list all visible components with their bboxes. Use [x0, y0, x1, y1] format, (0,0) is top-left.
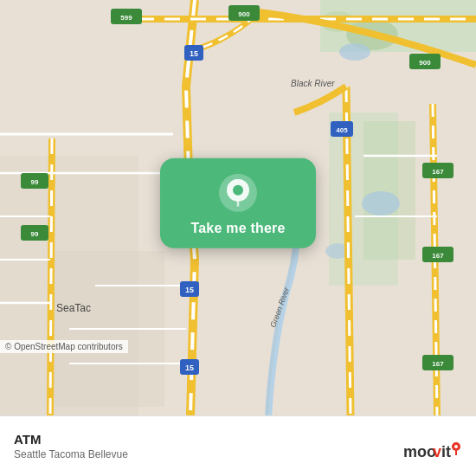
location-info: ATM Seattle Tacoma Bellevue — [14, 432, 128, 460]
svg-text:15: 15 — [190, 49, 198, 58]
svg-text:900: 900 — [419, 59, 431, 67]
svg-point-49 — [233, 185, 243, 196]
svg-text:405: 405 — [336, 126, 348, 134]
svg-text:167: 167 — [432, 252, 444, 260]
svg-text:it: it — [441, 443, 451, 460]
location-title: ATM — [14, 432, 128, 447]
svg-text:moo: moo — [403, 443, 436, 460]
svg-text:599: 599 — [120, 14, 132, 22]
svg-point-6 — [339, 43, 370, 61]
location-pin-icon — [227, 179, 249, 207]
svg-text:SeaTac: SeaTac — [56, 302, 91, 314]
svg-rect-5 — [363, 121, 415, 260]
svg-text:99: 99 — [31, 178, 39, 186]
svg-text:v: v — [433, 443, 441, 460]
popup-card[interactable]: Take me there — [160, 158, 316, 248]
moovit-logo-svg: moo v it — [403, 440, 464, 464]
svg-text:167: 167 — [432, 360, 444, 368]
popup-label: Take me there — [190, 221, 285, 236]
bottom-bar: ATM Seattle Tacoma Bellevue moo v it — [0, 415, 476, 476]
svg-text:167: 167 — [432, 168, 444, 176]
svg-text:900: 900 — [238, 10, 250, 18]
copyright-text: © OpenStreetMap contributors — [0, 340, 128, 353]
location-subtitle: Seattle Tacoma Bellevue — [14, 448, 128, 460]
svg-text:15: 15 — [185, 286, 194, 294]
svg-point-54 — [454, 445, 458, 448]
moovit-logo: moo v it — [403, 440, 464, 464]
pin-icon-container — [219, 174, 257, 212]
svg-point-7 — [362, 191, 400, 215]
svg-text:99: 99 — [31, 230, 39, 238]
map-container: 15 599 900 900 405 99 99 15 15 167 167 1… — [0, 0, 476, 415]
svg-text:15: 15 — [185, 363, 194, 372]
svg-text:Black River: Black River — [291, 79, 335, 88]
